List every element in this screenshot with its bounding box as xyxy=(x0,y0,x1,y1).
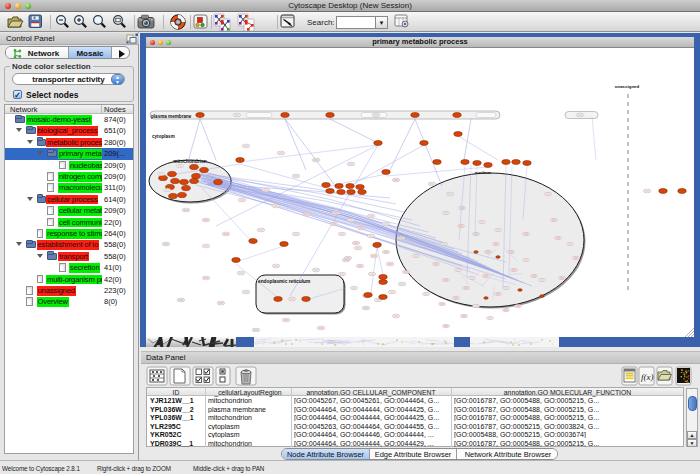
svg-text:f(x): f(x) xyxy=(641,372,654,382)
svg-text:cytoplasm: cytoplasm xyxy=(152,134,175,139)
svg-text:nucleus: nucleus xyxy=(475,170,492,175)
svg-text:unassigned: unassigned xyxy=(615,84,640,89)
svg-text:mitochondrion: mitochondrion xyxy=(173,159,207,164)
svg-text:endoplasmic reticulum: endoplasmic reticulum xyxy=(258,279,310,284)
svg-text:plasma membrane: plasma membrane xyxy=(151,114,192,119)
